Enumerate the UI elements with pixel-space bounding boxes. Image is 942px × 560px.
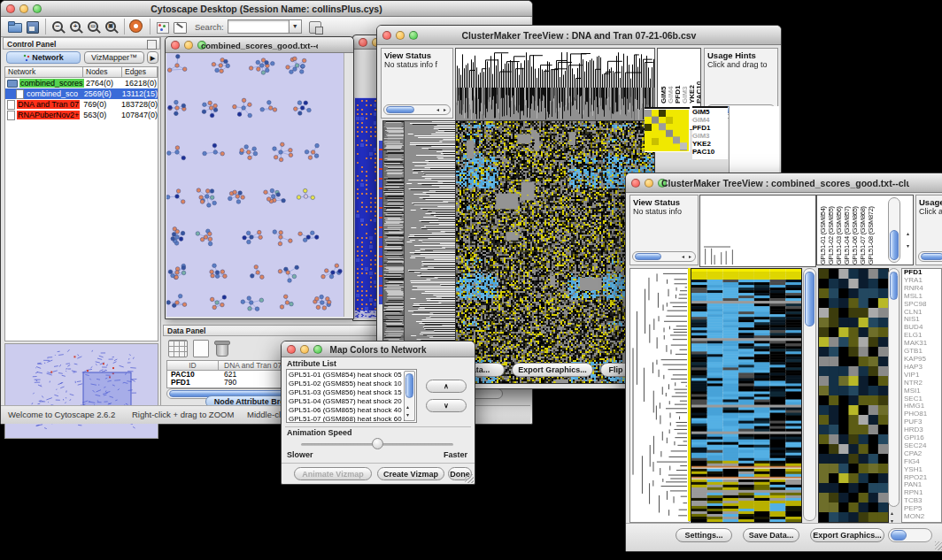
attribute-listbox[interactable]: GPL51-01 (GSM854) heat shock 05 minGPL51… — [286, 369, 417, 423]
slider-faster-label: Faster — [444, 450, 467, 459]
zoom-fit-icon[interactable]: ▭ — [85, 19, 103, 35]
network-list-row[interactable]: combined_sco2569(6)13112(15) — [5, 88, 158, 99]
treeview1-title: ClusterMaker TreeView : DNA and Tran 07-… — [413, 30, 745, 41]
network-list-row[interactable]: RNAPuberNov2+563(0)107847(0) — [5, 110, 158, 120]
file-icon — [7, 100, 15, 110]
tab-vizmapper[interactable]: VizMapper™ — [84, 51, 144, 64]
search-input[interactable] — [228, 19, 290, 34]
slider-thumb[interactable] — [372, 438, 383, 449]
done-button[interactable]: Done — [448, 467, 472, 480]
usage-hints-hscrollbar[interactable] — [918, 251, 942, 262]
attribute-item[interactable]: GPL51-01 (GSM854) heat shock 05 min — [289, 371, 402, 380]
treeview2-view-status: View Status No status info ◂ ▸ — [629, 195, 699, 265]
view-status-hscrollbar[interactable]: ◂ ▸ — [383, 104, 451, 115]
minimize-icon[interactable] — [645, 179, 653, 188]
treeview2-titlebar[interactable]: ClusterMaker TreeView : combined_scores_… — [626, 173, 942, 193]
network-list-row[interactable]: combined_scores2764(0)16218(0) — [5, 78, 158, 88]
close-icon[interactable] — [631, 179, 640, 188]
array-label: GPL51-04 (GSM857) — [843, 196, 851, 265]
minimize-icon[interactable] — [19, 4, 28, 13]
network-settings-icon[interactable] — [307, 19, 325, 35]
attribute-item[interactable]: GPL51-06 (GSM865) heat shock 40 min — [289, 406, 402, 415]
close-icon[interactable] — [171, 41, 180, 50]
desktop: Cytoscape Desktop (Session Name: collins… — [0, 0, 942, 560]
network-view-titlebar[interactable]: combined_scores_good.txt--cluste... — [166, 37, 353, 53]
network-list-row[interactable]: DNA and Tran 07769(0)183728(0) — [5, 99, 158, 110]
network-vscrollbar[interactable] — [344, 53, 353, 317]
treeview-button[interactable]: Settings... — [676, 528, 732, 542]
array-label: GPL51-06 (GSM865) — [851, 196, 859, 265]
network-name: combined_sco — [26, 89, 79, 98]
array-label: PAC10 — [695, 50, 701, 104]
create-vizmap-button[interactable]: Create Vizmap — [377, 467, 444, 480]
array-label: GPL51-08 (GSM872) — [867, 196, 875, 265]
open-file-icon[interactable] — [6, 19, 24, 35]
treeview1-zoom-matrix[interactable] — [645, 107, 690, 152]
delete-attribute-icon[interactable] — [214, 340, 228, 356]
zoom-in-icon[interactable]: + — [67, 19, 85, 35]
treeview-button[interactable]: Save Data... — [743, 528, 799, 542]
nodes-count: 2569(6) — [84, 89, 122, 98]
help-lifesaver-icon[interactable] — [128, 19, 146, 35]
array-label: PFD1 — [674, 50, 681, 104]
network-canvas[interactable] — [166, 53, 344, 317]
treeview2-row-dendrogram[interactable] — [629, 268, 690, 523]
float-panel-icon[interactable] — [147, 40, 157, 50]
status-welcome: Welcome to Cytoscape 2.6.2 — [8, 410, 115, 419]
animate-vizmap-button[interactable]: Animate Vizmap — [294, 467, 372, 480]
gene-label: YKE2 — [692, 140, 728, 148]
move-attribute-down-button[interactable]: ∨ — [426, 399, 467, 412]
search-dropdown-arrow-icon[interactable]: ▼ — [290, 19, 302, 34]
column-header[interactable]: Edges — [122, 67, 158, 78]
attribute-list-label: Attribute List — [287, 359, 336, 368]
zoom-view-hscrollbar[interactable] — [888, 528, 932, 542]
map-dialog-titlebar[interactable]: Map Colors to Network — [282, 341, 475, 357]
column-header[interactable]: Network — [5, 67, 83, 78]
file-icon — [16, 89, 24, 99]
save-icon[interactable] — [24, 19, 42, 35]
array-labels-vscrollbar[interactable] — [888, 197, 900, 263]
close-icon[interactable] — [6, 4, 15, 13]
edges-count: 13112(15) — [122, 89, 158, 98]
treeview2-heatmap-vscrollbar[interactable] — [803, 268, 816, 521]
treeview1-column-dendrogram[interactable] — [455, 48, 655, 121]
network-view-window: combined_scores_good.txt--cluste... — [165, 36, 354, 319]
treeview2-column-dendrogram[interactable] — [699, 195, 816, 267]
tab-network[interactable]: Network — [6, 51, 81, 64]
new-attribute-icon[interactable] — [193, 340, 209, 357]
minimize-icon[interactable] — [396, 31, 405, 40]
treeview2-zoom-heatmap[interactable] — [818, 268, 889, 523]
close-icon[interactable] — [382, 31, 391, 40]
animation-speed-slider[interactable] — [301, 443, 453, 446]
network-view-title: combined_scores_good.txt--cluste... — [201, 40, 318, 50]
close-icon[interactable] — [287, 345, 296, 354]
main-titlebar[interactable]: Cytoscape Desktop (Session Name: collins… — [1, 1, 532, 17]
view-status-hscrollbar[interactable]: ◂ ▸ — [632, 251, 696, 262]
zoom-selected-icon[interactable]: ▣ — [103, 19, 120, 35]
attribute-item[interactable]: GPL51-07 (GSM868) heat shock 60 min — [289, 415, 402, 423]
treeview2-heatmap[interactable] — [691, 268, 802, 523]
attribute-item[interactable]: GPL51-03 (GSM856) heat shock 15 min — [289, 388, 402, 397]
network-table: NetworkNodesEdges combined_scores2764(0)… — [4, 66, 158, 341]
gene-label: MON2 — [904, 513, 941, 521]
minimize-icon[interactable] — [300, 345, 309, 354]
treeview2-usage-hints: Usage Hints Click and drag to — [915, 195, 942, 265]
tab-overflow-arrow[interactable]: ▶ — [147, 51, 158, 64]
treeview-button[interactable]: Export Graphics... — [512, 363, 593, 377]
close-icon[interactable] — [359, 38, 367, 47]
map-dialog-title: Map Colors to Network — [317, 344, 439, 354]
attribute-table-icon[interactable] — [168, 340, 188, 357]
network-nodes-icon[interactable] — [154, 19, 172, 35]
zoom-out-icon[interactable]: − — [50, 19, 67, 35]
attribute-item[interactable]: GPL51-04 (GSM857) heat shock 20 min — [289, 397, 402, 406]
attribute-list-vscrollbar[interactable]: ▴ ▾ — [404, 371, 415, 421]
annotation-icon[interactable] — [172, 19, 189, 35]
treeview1-titlebar[interactable]: ClusterMaker TreeView : DNA and Tran 07-… — [377, 26, 781, 45]
network-overview-panel[interactable] — [4, 343, 158, 439]
treeview-button[interactable]: Export Graphics... — [810, 528, 884, 542]
gene-list-vscrollbar[interactable] — [888, 268, 900, 507]
minimize-icon[interactable] — [184, 41, 193, 50]
move-attribute-up-button[interactable]: ∧ — [426, 380, 467, 393]
attribute-item[interactable]: GPL51-02 (GSM855) heat shock 10 min — [289, 380, 402, 388]
column-header[interactable]: Nodes — [83, 67, 122, 78]
